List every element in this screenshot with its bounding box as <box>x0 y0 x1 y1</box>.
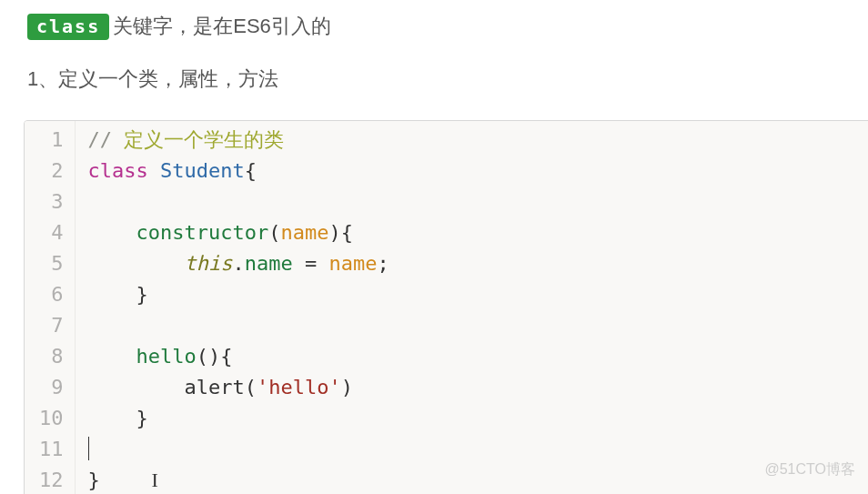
code-area[interactable]: // 定义一个学生的类 class Student{ constructor(n… <box>76 121 869 494</box>
code-line: class Student{ <box>88 156 869 187</box>
code-line: hello(){ <box>88 341 869 372</box>
code-line <box>88 310 869 341</box>
code-line: } <box>88 279 869 310</box>
line-number: 7 <box>39 310 64 341</box>
line-number: 4 <box>39 217 64 248</box>
code-line: } <box>88 403 869 434</box>
line-number: 3 <box>39 187 64 217</box>
line-number: 6 <box>39 279 64 310</box>
line-number: 2 <box>39 156 64 187</box>
code-line: // 定义一个学生的类 <box>88 125 869 156</box>
code-line: } <box>88 465 869 494</box>
line-number: 9 <box>39 372 64 403</box>
intro-line: class 关键字，是在ES6引入的 <box>27 13 868 40</box>
line-number-gutter: 1 2 3 4 5 6 7 8 9 10 11 12 <box>25 121 76 494</box>
line-number: 11 <box>39 434 64 465</box>
code-line: this.name = name; <box>88 248 869 279</box>
line-number: 10 <box>39 403 64 434</box>
line-number: 12 <box>39 465 64 494</box>
class-badge: class <box>27 14 109 40</box>
line-number: 5 <box>39 248 64 279</box>
code-block: 1 2 3 4 5 6 7 8 9 10 11 12 // 定义一个学生的类 c… <box>24 120 868 494</box>
section-title: 1、定义一个类，属性，方法 <box>27 66 868 93</box>
code-line <box>88 187 869 217</box>
line-number: 8 <box>39 341 64 372</box>
code-line: alert('hello') <box>88 372 869 403</box>
intro-text: 关键字，是在ES6引入的 <box>113 13 331 40</box>
code-line <box>88 434 869 465</box>
code-line: constructor(name){ <box>88 217 869 248</box>
line-number: 1 <box>39 125 64 156</box>
